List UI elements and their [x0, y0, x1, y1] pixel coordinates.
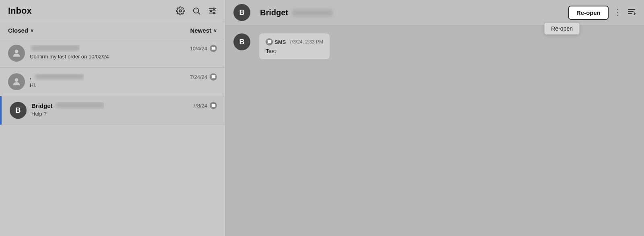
msg-text: Test — [266, 48, 323, 54]
svg-point-13 — [15, 78, 19, 82]
more-options-button[interactable]: ⋮ — [613, 7, 622, 18]
left-header: Inbox — [0, 0, 225, 22]
filter-icon — [208, 6, 217, 15]
status-filter-button[interactable]: Closed ∨ — [8, 27, 34, 34]
conv-preview: Help ? — [31, 111, 217, 117]
conv-name: Bridget — [31, 102, 104, 109]
svg-point-0 — [179, 10, 182, 12]
sms-channel-icon — [210, 73, 217, 81]
status-filter-label: Closed — [8, 27, 28, 34]
conv-name: . — [30, 74, 84, 81]
left-panel: Inbox — [0, 0, 225, 236]
svg-point-5 — [213, 12, 215, 14]
conv-top: 10/4/24 — [30, 45, 217, 52]
conv-name — [30, 45, 80, 52]
sort-chevron-icon: ∨ — [213, 28, 217, 33]
svg-point-4 — [213, 8, 215, 10]
conv-content: 10/4/24 Confirm my last order on 10/02/2… — [30, 45, 217, 60]
msg-header: SMS 7/3/24, 2:33 PM — [266, 38, 323, 46]
avatar — [8, 73, 25, 90]
conversation-item[interactable]: . 7/24/24 Hi. — [0, 68, 225, 96]
conv-content: . 7/24/24 Hi. — [30, 73, 217, 88]
filter-bar: Closed ∨ Newest ∨ — [0, 22, 225, 39]
sort-icon — [627, 8, 636, 15]
avatar: B — [10, 102, 27, 119]
conv-top: . 7/24/24 — [30, 73, 217, 81]
conversation-item-active[interactable]: B Bridget 7/8/24 Help ? — [0, 96, 225, 125]
gear-icon — [176, 6, 185, 15]
right-header: B Bridget Re-open ⋮ Re-open — [225, 0, 644, 25]
conv-date: 10/4/24 — [190, 46, 207, 52]
search-icon — [192, 6, 201, 15]
search-button[interactable] — [192, 6, 201, 15]
msg-time: 7/3/24, 2:33 PM — [289, 39, 323, 45]
msg-sms-icon — [266, 38, 273, 46]
conv-content: Bridget 7/8/24 Help ? — [31, 102, 217, 117]
sort-button[interactable] — [627, 8, 636, 17]
svg-point-12 — [15, 50, 19, 53]
conv-date: 7/8/24 — [193, 103, 207, 109]
conv-meta: 7/8/24 — [193, 102, 217, 109]
conv-name-blurred — [31, 45, 80, 51]
conversation-item[interactable]: 10/4/24 Confirm my last order on 10/02/2… — [0, 39, 225, 68]
inbox-title: Inbox — [8, 6, 32, 16]
conversation-list: 10/4/24 Confirm my last order on 10/02/2… — [0, 39, 225, 236]
contact-avatar: B — [233, 4, 250, 21]
reopen-button[interactable]: Re-open — [568, 6, 609, 20]
conv-meta: 7/24/24 — [190, 73, 217, 81]
right-header-right: Re-open ⋮ — [568, 6, 636, 20]
message-bubble-wrap: B SMS 7/3/24, 2:33 PM Test — [233, 33, 636, 59]
settings-button[interactable] — [176, 6, 185, 15]
right-panel: B Bridget Re-open ⋮ Re-open — [225, 0, 644, 236]
conv-date: 7/24/24 — [190, 74, 207, 80]
conv-top: Bridget 7/8/24 — [31, 102, 217, 109]
contact-name-blurred — [292, 10, 332, 16]
avatar — [8, 45, 25, 62]
message-avatar: B — [233, 33, 250, 50]
conv-preview: Confirm my last order on 10/02/24 — [30, 54, 217, 60]
sms-channel-icon — [210, 45, 217, 52]
header-icons — [176, 6, 217, 15]
svg-point-1 — [194, 8, 199, 13]
sort-filter-label: Newest — [190, 27, 211, 34]
status-chevron-icon: ∨ — [30, 28, 34, 33]
msg-channel-label: SMS — [275, 39, 286, 45]
more-vert-icon: ⋮ — [613, 7, 622, 18]
message-bubble: SMS 7/3/24, 2:33 PM Test — [259, 33, 330, 59]
message-area: B SMS 7/3/24, 2:33 PM Test — [225, 25, 644, 236]
conv-meta: 10/4/24 — [190, 45, 217, 52]
conv-name-blurred — [56, 102, 104, 108]
sms-channel-icon — [210, 102, 217, 109]
conv-name-blurred — [35, 74, 84, 79]
msg-channel: SMS — [266, 38, 286, 46]
sort-filter-button[interactable]: Newest ∨ — [190, 27, 217, 34]
svg-point-3 — [211, 10, 212, 12]
reopen-dropdown-tooltip[interactable]: Re-open — [544, 23, 580, 35]
contact-name: Bridget — [260, 8, 332, 17]
filter-button[interactable] — [208, 6, 217, 15]
svg-line-2 — [198, 12, 200, 14]
right-header-left: B Bridget — [233, 4, 332, 21]
conv-preview: Hi. — [30, 82, 217, 88]
